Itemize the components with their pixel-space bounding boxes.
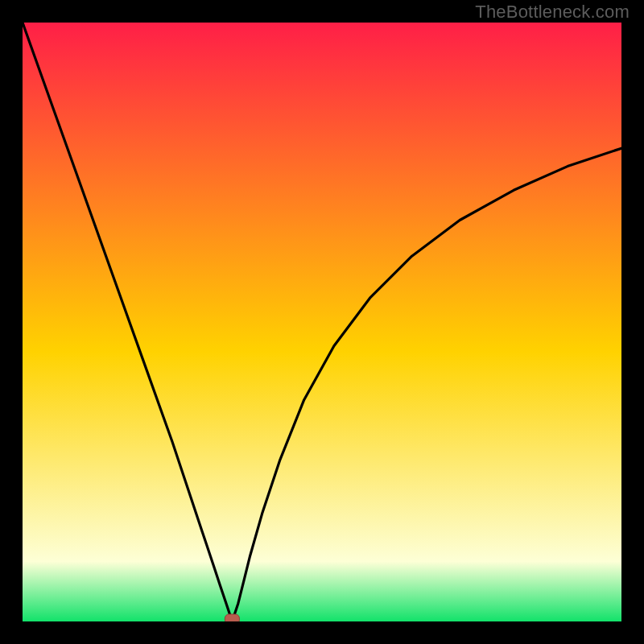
chart-frame: TheBottleneck.com bbox=[0, 0, 644, 644]
gradient-background bbox=[23, 23, 621, 621]
optimum-marker bbox=[225, 614, 239, 621]
chart-svg bbox=[23, 23, 621, 621]
plot-area bbox=[23, 23, 621, 621]
watermark-text: TheBottleneck.com bbox=[475, 2, 630, 23]
